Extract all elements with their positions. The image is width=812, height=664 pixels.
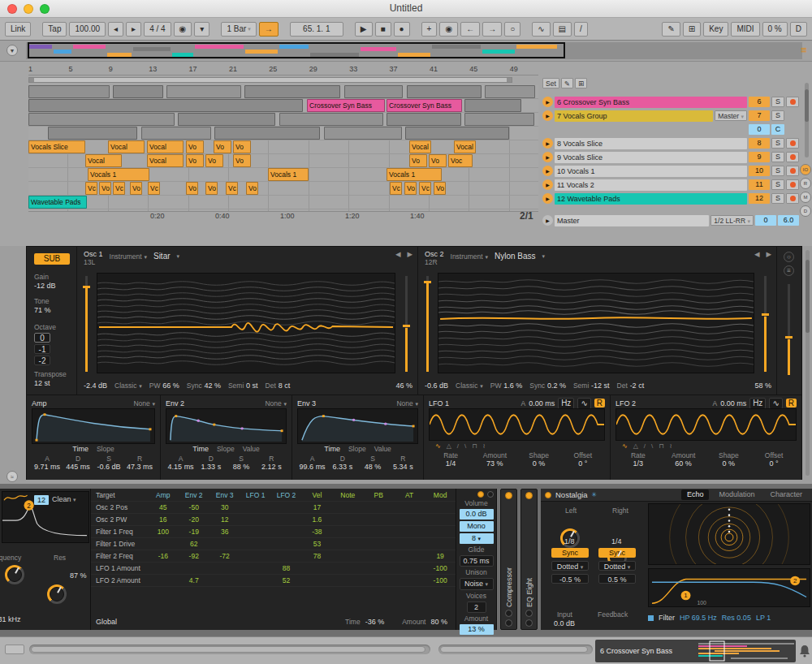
triangle-icon[interactable]: △ (633, 442, 638, 450)
unison-mode-menu[interactable]: Noise ▾ (460, 578, 494, 590)
clip[interactable] (214, 127, 320, 140)
device-title[interactable]: EQ Eight (525, 502, 533, 607)
set-button[interactable]: Set (542, 78, 559, 88)
osc1-wavetable-display[interactable] (97, 273, 395, 373)
link-button[interactable]: Link (5, 22, 31, 37)
track-number-badge[interactable]: 11 (749, 179, 770, 190)
clip[interactable]: Vo (404, 182, 417, 195)
osc2-wavetable-name[interactable]: Nylon Bass (495, 252, 536, 271)
clip[interactable] (48, 127, 137, 140)
clip[interactable]: Vocal (108, 140, 145, 153)
prev-table-icon[interactable]: ◀ (754, 250, 760, 271)
prev-table-icon[interactable]: ◀ (395, 250, 401, 271)
clip[interactable]: Crossover Syn Bass (387, 99, 462, 112)
col-env2[interactable]: Env 2 (179, 491, 209, 499)
fade-icon[interactable]: / (574, 22, 588, 37)
tab-slope[interactable]: Slope (97, 445, 114, 453)
grid-icon[interactable]: ⊞ (575, 78, 587, 88)
sine-icon[interactable]: ∿ (622, 442, 628, 450)
matrix-cell[interactable]: 19 (425, 552, 456, 560)
clip[interactable] (28, 99, 303, 112)
device-title[interactable]: Nostalgia (555, 490, 588, 499)
solo-button[interactable]: S (771, 166, 784, 176)
col-vel[interactable]: Vel (301, 491, 332, 499)
col-pb[interactable]: PB (363, 491, 394, 499)
octave-0-button[interactable]: 0 (34, 333, 50, 343)
osc1-category-menu[interactable]: Instrument ▾ (110, 252, 147, 271)
right-offset-value[interactable]: 0.5 % (598, 574, 636, 584)
osc2-title[interactable]: Osc 2 (425, 250, 444, 258)
master-output-menu[interactable]: 1/2 LL-RR ▾ (710, 215, 754, 226)
solo-button[interactable]: S (771, 179, 784, 190)
left-sync-toggle[interactable]: Sync (551, 548, 589, 558)
matrix-cell[interactable]: -16 (148, 552, 179, 560)
master-volume-field[interactable]: 0 (755, 215, 776, 226)
voices-value[interactable]: 2 (467, 601, 486, 613)
amount-value[interactable]: 73 % (473, 459, 516, 468)
lfo-wave-icon[interactable]: ∿ (769, 398, 782, 409)
track-play-icon[interactable]: ▶ (542, 179, 553, 190)
clip[interactable]: Vo (186, 154, 204, 167)
chevron-down-icon[interactable]: ▾ (177, 253, 180, 271)
mono-toggle[interactable]: Mono (460, 521, 494, 532)
detune-value[interactable]: 8 ct (279, 382, 291, 390)
col-lfo2[interactable]: LFO 2 (271, 491, 302, 499)
io-toggle[interactable]: IO (800, 164, 811, 175)
pan-field[interactable]: C (771, 124, 784, 135)
echo-tunnel-display[interactable] (648, 503, 810, 565)
zoom-window-button[interactable] (40, 4, 50, 14)
col-amp[interactable]: Amp (148, 491, 179, 499)
clip[interactable]: Vocal (147, 154, 184, 167)
next-table-icon[interactable]: ▶ (766, 250, 771, 271)
device-dot[interactable] (505, 610, 512, 617)
clip[interactable]: Vocals 1 (88, 168, 149, 181)
tab-slope[interactable]: Slope (348, 445, 366, 453)
saw-down-icon[interactable]: \ (464, 442, 466, 450)
solo-button[interactable]: S (771, 110, 784, 121)
lp-marker[interactable]: 2 (793, 577, 797, 584)
octave-minus1-button[interactable]: -1 (34, 344, 50, 354)
frequency-value[interactable]: 2.31 kHz (0, 615, 21, 623)
clip[interactable] (178, 113, 275, 126)
env3-title[interactable]: Env 3 (297, 399, 316, 407)
sub-gain-value[interactable]: -12 dB (34, 282, 56, 290)
retrigger-toggle[interactable]: R (594, 399, 605, 407)
track-number-badge[interactable]: 10 (749, 166, 770, 176)
menu-icon[interactable]: ≡ (784, 265, 794, 276)
clip[interactable] (141, 127, 211, 140)
clip[interactable]: Vo (205, 182, 218, 195)
matrix-cell[interactable]: 30 (209, 503, 240, 511)
device-title[interactable]: Compressor (505, 502, 513, 607)
tab-character[interactable]: Character (764, 489, 808, 500)
res-value[interactable]: Res 0.05 (722, 614, 751, 622)
metronome-icon[interactable]: ◉ (174, 22, 192, 37)
loop-brace[interactable] (28, 77, 512, 83)
clip[interactable]: Vo (186, 182, 198, 195)
env3-graph[interactable] (297, 408, 418, 444)
amount-value[interactable]: 80 % (430, 618, 447, 626)
nudge-down-icon[interactable]: ◂ (108, 22, 123, 37)
clip[interactable] (244, 85, 340, 98)
clip[interactable]: Wavetable Pads (28, 196, 87, 209)
device-dot[interactable] (525, 619, 533, 627)
record-button[interactable]: ● (394, 22, 410, 37)
track-name[interactable]: 9 Vocals Slice (555, 152, 747, 163)
lfo2-title[interactable]: LFO 2 (615, 399, 636, 407)
matrix-target[interactable]: Osc 2 PW (91, 515, 148, 524)
left-sync-mode-menu[interactable]: Dotted ▾ (551, 561, 589, 571)
menu-icon[interactable]: ≡ (801, 44, 807, 56)
track-play-icon[interactable]: ▶ (542, 97, 553, 107)
tab-time[interactable]: Time (72, 445, 89, 453)
pencil-icon[interactable]: ✎ (561, 78, 573, 88)
semi-value[interactable]: 0 st (246, 382, 258, 390)
zoom-corner-button[interactable] (5, 645, 24, 654)
overview-strip[interactable] (26, 42, 802, 59)
clip[interactable] (464, 113, 534, 126)
tab-time[interactable]: Time (192, 445, 209, 453)
semi-value[interactable]: -12 st (591, 382, 610, 390)
matrix-cell[interactable]: 100 (148, 528, 179, 536)
hp-value[interactable]: HP 69.5 Hz (680, 614, 717, 622)
matrix-target[interactable]: Filter 1 Freq (91, 528, 148, 536)
attack-value[interactable]: 4.15 ms (166, 463, 196, 471)
square-icon[interactable]: ⊓ (659, 442, 663, 450)
